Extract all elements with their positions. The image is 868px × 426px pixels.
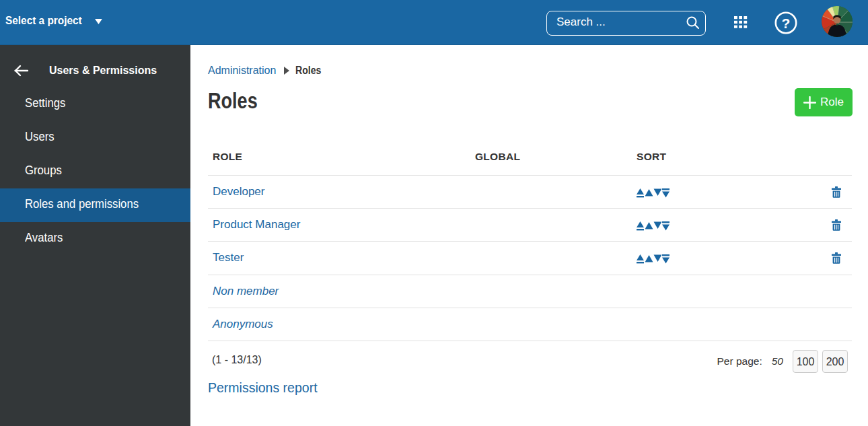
svg-text:?: ? bbox=[782, 15, 791, 31]
